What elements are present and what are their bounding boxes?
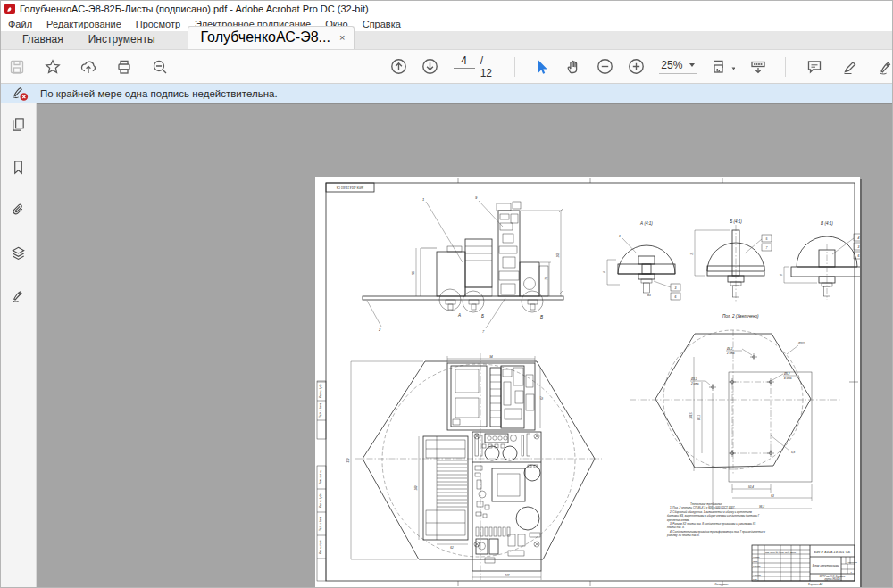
title-bar: ГолубченкоАС-Э8-82Б-Листы (подписано).pd…: [1, 1, 892, 17]
floppy-icon: [9, 59, 25, 75]
part-name: Блок электроники: [813, 564, 839, 567]
svg-text:8: 8: [780, 274, 783, 276]
side-stamp: Инв. № дубл. Подп. и дата Взам. инв. № И…: [317, 381, 326, 581]
zoom-out-button[interactable]: [597, 58, 613, 76]
svg-text:50,4: 50,4: [748, 485, 754, 489]
comment-icon: [806, 59, 822, 75]
favorite-button[interactable]: [44, 58, 62, 76]
svg-text:Формат A3: Формат A3: [808, 583, 823, 586]
scroll-mode-button[interactable]: [749, 58, 767, 76]
close-tab-icon[interactable]: ×: [339, 32, 345, 43]
paperclip-icon: [11, 203, 26, 218]
bookmarks-button[interactable]: [11, 160, 26, 178]
next-page-button[interactable]: [421, 58, 438, 76]
sign-button[interactable]: [877, 58, 893, 76]
svg-text:3: 3: [675, 286, 677, 290]
svg-text:67: 67: [540, 396, 544, 400]
svg-text:96,3: 96,3: [759, 505, 764, 509]
svg-text:6: 6: [858, 254, 860, 258]
svg-text:3: 3: [858, 245, 860, 249]
window-title: ГолубченкоАС-Э8-82Б-Листы (подписано).pd…: [20, 4, 369, 14]
hand-icon: [565, 59, 581, 75]
acrobat-window: ГолубченкоАС-Э8-82Б-Листы (подписано).pd…: [0, 0, 893, 588]
page-thumbnails-button[interactable]: [11, 117, 26, 136]
svg-text:5,8: 5,8: [791, 451, 796, 454]
page-number-input[interactable]: [454, 54, 475, 69]
svg-text:1. Пов. 2 чернить СП-95-К 3 х: 1. Пов. 2 чернить СП-95-К 3 х 600 у 500 …: [670, 506, 735, 509]
menu-file[interactable]: Файл: [8, 19, 32, 29]
svg-text:63: 63: [771, 494, 774, 498]
svg-text:107: 107: [505, 574, 509, 577]
select-tool-button[interactable]: [533, 58, 550, 76]
top-stamp-text: БИГЕ.4314.19.001 СБ: [337, 186, 363, 189]
svg-text:разъему Х2 платы пов. 8.: разъему Х2 платы пов. 8.: [666, 534, 700, 537]
svg-text:4. Соединительными проводов тр: 4. Соединительными проводов трансформато…: [670, 530, 765, 534]
printer-icon: [116, 59, 132, 75]
toolbar: / 12 25%: [1, 50, 892, 84]
svg-text:крепления клемм.: крепления клемм.: [667, 518, 689, 522]
svg-text:Б (4:1): Б (4:1): [730, 219, 742, 224]
comment-button[interactable]: [805, 58, 823, 76]
page-fit-icon: [712, 59, 735, 75]
document-canvas[interactable]: БИГЕ.4314.19.001 СБ Инв. № дубл. Подп. и…: [37, 103, 892, 587]
svg-text:платы пов. 9.: платы пов. 9.: [667, 526, 685, 529]
menu-bar: Файл Редактирование Просмотр Электронное…: [1, 17, 892, 31]
signature-pen-icon: [11, 288, 26, 303]
find-button[interactable]: [151, 58, 169, 76]
menu-edit[interactable]: Редактирование: [46, 19, 121, 29]
bookmark-icon: [11, 160, 26, 175]
main-pcb: 107: [472, 432, 541, 580]
highlighter-pen-icon: [842, 59, 858, 75]
tab-home[interactable]: Главная: [10, 30, 76, 49]
print-button[interactable]: [115, 58, 133, 76]
svg-text:103,5: 103,5: [689, 412, 693, 419]
pdf-page: БИГЕ.4314.19.001 СБ Инв. № дубл. Подп. и…: [315, 177, 860, 587]
detail-view-a: А (4:1) М3 1 8 3: [603, 221, 680, 300]
upper-board: 94 67: [447, 355, 544, 431]
tab-document[interactable]: ГолубченкоАС-Э8... ×: [188, 26, 355, 49]
svg-text:165: 165: [556, 253, 560, 257]
pages-icon: [11, 117, 26, 132]
acrobat-pdf-icon: [4, 4, 15, 14]
highlight-button[interactable]: [841, 58, 859, 76]
svg-text:21: 21: [690, 252, 694, 255]
svg-text:Ø4,2: Ø4,2: [726, 347, 733, 351]
previous-page-button[interactable]: [390, 58, 407, 76]
attachments-button[interactable]: [11, 203, 26, 221]
layers-icon: [11, 245, 26, 261]
page-view-button[interactable]: [711, 58, 735, 76]
zoom-in-button[interactable]: [628, 58, 645, 76]
svg-text:Ø5,2: Ø5,2: [783, 372, 790, 376]
callout-7: 7: [482, 329, 485, 334]
pos2-view: Пол. 2 (Увеличено): [630, 314, 840, 510]
minus-circle-icon: [597, 58, 613, 75]
menu-view[interactable]: Просмотр: [136, 19, 180, 29]
search-icon: [152, 59, 168, 75]
zoom-level-value: 25%: [661, 59, 682, 71]
cloud-upload-icon: [80, 59, 96, 75]
signatures-button[interactable]: [11, 288, 26, 307]
callout-v: В: [540, 315, 543, 319]
callout-b: Б: [481, 314, 484, 319]
callout-a: А: [457, 313, 461, 318]
invalid-signature-icon: [12, 85, 29, 102]
main-area: БИГЕ.4314.19.001 СБ Инв. № дубл. Подп. и…: [1, 103, 892, 587]
svg-text:8: 8: [603, 271, 606, 273]
svg-text:4 отв.: 4 отв.: [784, 377, 792, 380]
svg-text:5: 5: [766, 237, 768, 241]
share-button[interactable]: [79, 58, 97, 76]
layers-button[interactable]: [11, 245, 26, 264]
toolbar-separator: [785, 57, 786, 77]
menu-help[interactable]: Справка: [363, 19, 401, 29]
svg-text:Пров.: Пров.: [753, 560, 758, 562]
page-total-label: / 12: [480, 54, 497, 79]
doc-number: БИГЕ 4314.19.001 СБ: [814, 550, 851, 554]
zoom-level-dropdown[interactable]: 25%: [659, 59, 697, 74]
svg-text:Инв. № дубл.: Инв. № дубл.: [319, 384, 322, 398]
fit-width-icon: [749, 59, 767, 75]
svg-text:2. Сборочный абажур пов. 3 вст: 2. Сборочный абажур пов. 3 вставляется в…: [669, 510, 752, 514]
hand-tool-button[interactable]: [564, 58, 581, 76]
save-button[interactable]: [8, 58, 26, 76]
tab-tools[interactable]: Инструменты: [76, 30, 168, 49]
svg-text:Копировал: Копировал: [715, 583, 729, 586]
